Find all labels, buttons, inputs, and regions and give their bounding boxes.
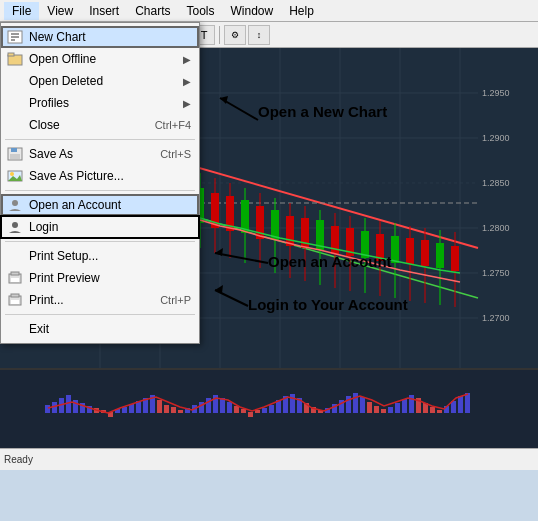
svg-rect-166 <box>11 300 19 304</box>
exit-label: Exit <box>29 322 49 336</box>
svg-rect-66 <box>421 240 429 266</box>
toolbar-sep4 <box>219 26 220 44</box>
print-preview-label: Print Preview <box>29 271 100 285</box>
svg-rect-112 <box>227 402 232 413</box>
menu-item-close[interactable]: Close Ctrl+F4 <box>1 114 199 136</box>
save-picture-label: Save As Picture... <box>29 169 124 183</box>
open-offline-arrow: ▶ <box>183 54 191 65</box>
svg-rect-102 <box>157 400 162 413</box>
svg-point-157 <box>10 172 14 176</box>
menu-window[interactable]: Window <box>223 2 282 20</box>
dropdown-menu: New Chart Open Offline ▶ Open Deleted ▶ … <box>0 22 200 344</box>
menu-item-exit[interactable]: Exit <box>1 318 199 340</box>
menu-file[interactable]: File <box>4 2 39 20</box>
svg-rect-136 <box>395 403 400 413</box>
menu-item-open-account[interactable]: Open an Account <box>1 194 199 216</box>
sep4 <box>5 314 195 315</box>
svg-rect-118 <box>269 405 274 413</box>
svg-rect-97 <box>122 407 127 413</box>
svg-text:1.2800: 1.2800 <box>482 223 510 233</box>
svg-rect-68 <box>436 243 444 268</box>
profiles-arrow: ▶ <box>183 98 191 109</box>
menu-item-save-picture[interactable]: Save As Picture... <box>1 165 199 187</box>
menu-help[interactable]: Help <box>281 2 322 20</box>
menu-item-open-offline[interactable]: Open Offline ▶ <box>1 48 199 70</box>
save-as-label: Save As <box>29 147 73 161</box>
svg-text:1.2950: 1.2950 <box>482 88 510 98</box>
print-label: Print... <box>29 293 64 307</box>
open-offline-icon <box>5 51 25 67</box>
menu-item-login[interactable]: Login <box>1 216 199 238</box>
menu-view[interactable]: View <box>39 2 81 20</box>
login-label: Login <box>29 220 58 234</box>
svg-rect-121 <box>290 394 295 413</box>
new-chart-label: New Chart <box>29 30 86 44</box>
svg-rect-103 <box>164 405 169 413</box>
menu-item-print-preview[interactable]: Print Preview <box>1 267 199 289</box>
menu-item-print-setup[interactable]: Print Setup... <box>1 245 199 267</box>
svg-rect-155 <box>10 154 20 159</box>
menu-insert[interactable]: Insert <box>81 2 127 20</box>
open-account-label: Open an Account <box>29 198 121 212</box>
bottom-bar: Ready <box>0 448 538 470</box>
sep2 <box>5 190 195 191</box>
svg-rect-146 <box>465 393 470 413</box>
open-deleted-arrow: ▶ <box>183 76 191 87</box>
menu-item-profiles[interactable]: Profiles ▶ <box>1 92 199 114</box>
save-as-icon <box>5 146 25 162</box>
new-chart-icon <box>5 29 25 45</box>
svg-rect-86 <box>45 405 50 413</box>
svg-rect-142 <box>437 410 442 413</box>
svg-rect-145 <box>458 396 463 413</box>
file-dropdown: New Chart Open Offline ▶ Open Deleted ▶ … <box>0 22 200 344</box>
menu-item-open-deleted[interactable]: Open Deleted ▶ <box>1 70 199 92</box>
save-picture-icon <box>5 168 25 184</box>
menu-charts[interactable]: Charts <box>127 2 178 20</box>
save-as-shortcut: Ctrl+S <box>140 148 191 160</box>
svg-rect-113 <box>234 406 239 413</box>
print-shortcut: Ctrl+P <box>140 294 191 306</box>
svg-rect-115 <box>248 412 253 417</box>
svg-rect-111 <box>220 398 225 413</box>
status-text: Ready <box>4 454 33 465</box>
svg-rect-134 <box>381 409 386 413</box>
svg-rect-114 <box>241 409 246 413</box>
print-icon <box>5 292 25 308</box>
svg-rect-132 <box>367 402 372 413</box>
menu-item-new-chart[interactable]: New Chart <box>1 26 199 48</box>
svg-text:1.2850: 1.2850 <box>482 178 510 188</box>
svg-rect-117 <box>262 408 267 413</box>
menu-item-save-as[interactable]: Save As Ctrl+S <box>1 143 199 165</box>
svg-rect-130 <box>353 393 358 413</box>
svg-point-160 <box>12 222 18 228</box>
print-preview-icon <box>5 270 25 286</box>
svg-rect-133 <box>374 406 379 413</box>
svg-rect-105 <box>178 410 183 413</box>
macd-section: MACD(12,26,9) -0.0272 0.0056 <box>0 368 538 448</box>
svg-rect-48 <box>286 216 294 246</box>
close-label: Close <box>29 118 60 132</box>
print-setup-label: Print Setup... <box>29 249 98 263</box>
open-deleted-label: Open Deleted <box>29 74 103 88</box>
svg-rect-165 <box>11 294 19 297</box>
svg-rect-163 <box>11 278 19 282</box>
svg-rect-135 <box>388 407 393 413</box>
svg-text:1.2700: 1.2700 <box>482 313 510 323</box>
svg-text:1.2750: 1.2750 <box>482 268 510 278</box>
open-account-icon <box>5 197 25 213</box>
menubar: File View Insert Charts Tools Window Hel… <box>0 0 538 22</box>
toolbar-chart-type[interactable]: ↕ <box>248 25 270 45</box>
svg-point-159 <box>12 200 18 206</box>
svg-rect-131 <box>360 397 365 413</box>
svg-rect-141 <box>430 407 435 413</box>
sep3 <box>5 241 195 242</box>
menu-item-print[interactable]: Print... Ctrl+P <box>1 289 199 311</box>
toolbar-props[interactable]: ⚙ <box>224 25 246 45</box>
svg-rect-137 <box>402 399 407 413</box>
close-shortcut: Ctrl+F4 <box>135 119 191 131</box>
svg-rect-154 <box>11 148 17 152</box>
profiles-label: Profiles <box>29 96 69 110</box>
svg-text:1.2900: 1.2900 <box>482 133 510 143</box>
svg-rect-162 <box>11 272 19 275</box>
menu-tools[interactable]: Tools <box>179 2 223 20</box>
